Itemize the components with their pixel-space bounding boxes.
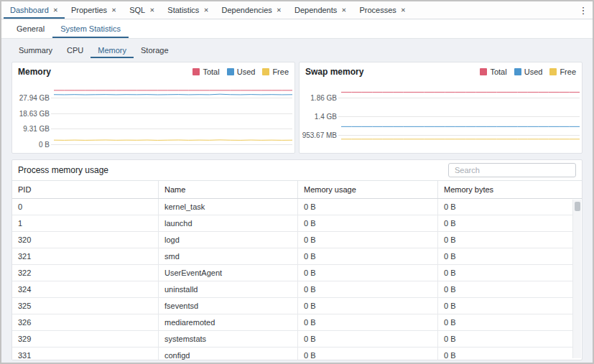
tab-dependents[interactable]: Dependents✕: [288, 1, 353, 19]
cell-memory-bytes: 0 B: [438, 265, 572, 281]
legend-label: Free: [272, 67, 289, 76]
cell-pid: 1: [12, 215, 159, 231]
cell-memory-bytes: 0 B: [438, 347, 572, 360]
close-icon[interactable]: ✕: [149, 6, 154, 14]
vertical-scrollbar[interactable]: [572, 200, 581, 358]
y-tick-label: 9.31 GB: [23, 125, 50, 133]
cell-pid: 320: [12, 232, 159, 248]
legend-item-total: Total: [192, 67, 219, 76]
table-row: 331configd0 B0 B: [12, 347, 572, 360]
close-icon[interactable]: ✕: [111, 6, 116, 14]
legend-item-used: Used: [514, 67, 543, 76]
table-row: 324uninstalld0 B0 B: [12, 281, 572, 298]
table-row: 329systemstats0 B0 B: [12, 331, 572, 347]
charts-row: Memory TotalUsedFree 0 B9.31 GB18.63 GB2…: [11, 62, 583, 154]
close-icon[interactable]: ✕: [277, 6, 282, 14]
tab-system-statistics[interactable]: System Statistics: [52, 19, 129, 38]
column-header-pid[interactable]: PID: [12, 181, 159, 198]
cell-memory-bytes: 0 B: [438, 199, 572, 215]
cell-memory-usage: 0 B: [298, 265, 438, 281]
tab-dashboard[interactable]: Dashboard✕: [4, 1, 65, 19]
cell-memory-bytes: 0 B: [438, 331, 572, 347]
search-input[interactable]: [448, 163, 576, 177]
chart-title: Swap memory: [305, 67, 363, 77]
panel-tab-strip: GeneralSystem Statistics: [1, 19, 593, 39]
legend-item-free: Free: [262, 67, 289, 76]
legend-swatch-icon: [549, 68, 557, 75]
cell-memory-usage: 0 B: [298, 215, 438, 231]
legend-swatch-icon: [480, 68, 487, 75]
cell-memory-usage: 0 B: [298, 298, 438, 314]
close-icon[interactable]: ✕: [401, 6, 406, 14]
cell-name: systemstats: [159, 331, 298, 347]
legend-swatch-icon: [262, 68, 269, 75]
process-memory-panel: Process memory usage PID Name Memory usa…: [11, 159, 583, 360]
legend-item-total: Total: [480, 67, 506, 76]
cell-pid: 0: [12, 199, 159, 215]
chart-body: 0 B9.31 GB18.63 GB27.94 GB: [12, 80, 294, 153]
tab-label: Statistics: [167, 6, 199, 14]
cell-pid: 329: [12, 331, 159, 347]
close-icon[interactable]: ✕: [203, 6, 208, 14]
chart-legend: TotalUsedFree: [480, 67, 576, 76]
legend-item-free: Free: [549, 67, 576, 76]
tab-statistics[interactable]: Statistics✕: [161, 1, 215, 19]
close-icon[interactable]: ✕: [341, 6, 346, 14]
table-row: 326mediaremoted0 B0 B: [12, 314, 572, 331]
tab-cpu[interactable]: CPU: [60, 42, 91, 58]
tab-label: SQL: [129, 6, 145, 14]
cell-name: uninstalld: [159, 281, 298, 297]
cell-name: kernel_task: [159, 199, 298, 215]
column-header-name[interactable]: Name: [159, 181, 298, 198]
tab-memory[interactable]: Memory: [91, 42, 134, 58]
cell-memory-usage: 0 B: [298, 281, 438, 297]
tab-label: Dashboard: [10, 6, 49, 14]
tab-properties[interactable]: Properties✕: [65, 1, 123, 19]
tab-dependencies[interactable]: Dependencies✕: [215, 1, 288, 19]
pgadmin-dashboard-window: Dashboard✕Properties✕SQL✕Statistics✕Depe…: [0, 0, 594, 364]
cell-memory-usage: 0 B: [298, 331, 438, 347]
table-row: 320logd0 B0 B: [12, 232, 572, 248]
cell-pid: 326: [12, 314, 159, 330]
y-tick-label: 953.67 MB: [302, 131, 337, 139]
window-tab-strip: Dashboard✕Properties✕SQL✕Statistics✕Depe…: [4, 1, 412, 19]
cell-memory-bytes: 0 B: [438, 215, 572, 231]
cell-name: fseventsd: [159, 298, 298, 314]
chart-panel: Memory TotalUsedFree 0 B9.31 GB18.63 GB2…: [11, 62, 295, 154]
process-panel-title: Process memory usage: [18, 165, 108, 175]
column-header-memory-bytes[interactable]: Memory bytes: [438, 181, 582, 198]
y-tick-label: 27.94 GB: [19, 93, 50, 101]
legend-label: Used: [237, 67, 256, 76]
cell-name: configd: [159, 347, 298, 360]
cell-memory-usage: 0 B: [298, 347, 438, 360]
y-tick-label: 1.86 GB: [310, 94, 337, 102]
cell-pid: 321: [12, 248, 159, 264]
cell-pid: 322: [12, 265, 159, 281]
column-header-memory-usage[interactable]: Memory usage: [298, 181, 438, 198]
cell-memory-bytes: 0 B: [438, 298, 572, 314]
table-row: 1launchd0 B0 B: [12, 215, 572, 232]
series-line-used: [54, 94, 292, 95]
close-icon[interactable]: ✕: [53, 6, 58, 14]
series-line-free: [54, 140, 292, 141]
tab-storage[interactable]: Storage: [134, 42, 176, 58]
chart-panel: Swap memory TotalUsedFree 953.67 MB1.4 G…: [299, 62, 583, 154]
tab-general[interactable]: General: [9, 19, 52, 38]
tab-processes[interactable]: Processes✕: [353, 1, 412, 19]
tab-summary[interactable]: Summary: [11, 42, 60, 58]
stat-tab-strip: SummaryCPUMemoryStorage: [11, 42, 583, 58]
tab-label: Dependencies: [222, 6, 272, 14]
scrollbar-thumb[interactable]: [575, 202, 580, 211]
tab-label: Properties: [71, 6, 107, 14]
legend-swatch-icon: [192, 68, 200, 75]
table-row: 322UserEventAgent0 B0 B: [12, 265, 572, 281]
window-tab-bar: Dashboard✕Properties✕SQL✕Statistics✕Depe…: [1, 1, 593, 19]
chart-header: Memory TotalUsedFree: [12, 62, 294, 80]
cell-memory-usage: 0 B: [298, 199, 438, 215]
cell-memory-bytes: 0 B: [438, 232, 572, 248]
y-axis-labels: 0 B9.31 GB18.63 GB27.94 GB: [12, 82, 54, 148]
kebab-menu-icon[interactable]: ⋮: [574, 1, 593, 19]
y-tick-label: 1.4 GB: [315, 112, 337, 120]
legend-swatch-icon: [514, 68, 521, 75]
tab-sql[interactable]: SQL✕: [123, 1, 161, 19]
